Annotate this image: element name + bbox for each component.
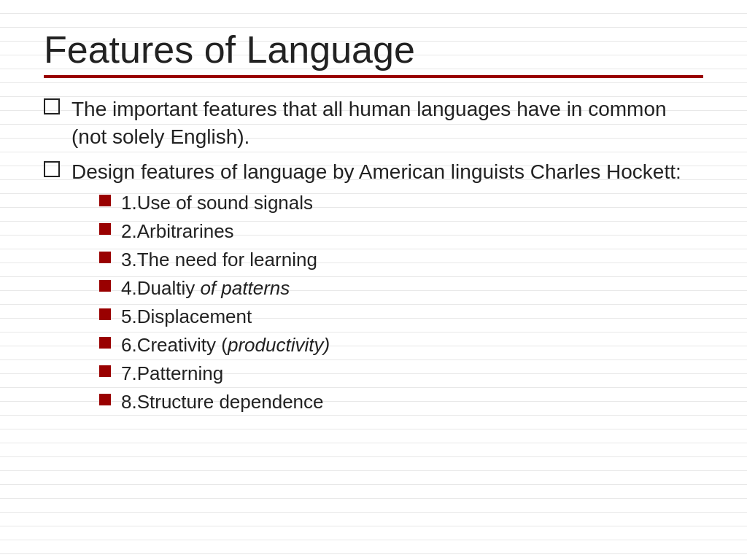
bullet-text-1: The important features that all human la… (71, 96, 703, 151)
sub-bullet-item-6: 6.Creativity (productivity) (99, 332, 681, 358)
sub-bullet-text-4: 4.Dualtiy of patterns (121, 276, 290, 301)
sub-bullet-text-1: 1.Use of sound signals (121, 190, 313, 216)
italic-span-4: of patterns (200, 277, 290, 299)
checkbox-icon-1 (44, 98, 60, 114)
title-divider (44, 75, 703, 78)
sub-bullet-item-3: 3.The need for learning (99, 247, 681, 273)
sub-bullet-item-8: 8.Structure dependence (99, 389, 681, 415)
square-bullet-6 (99, 337, 111, 349)
sub-bullet-text-8: 8.Structure dependence (121, 389, 324, 415)
slide-title: Features of Language (44, 29, 703, 71)
bullet-text-2: Design features of language by American … (71, 158, 681, 186)
square-bullet-2 (99, 223, 111, 235)
checkbox-icon-2 (44, 161, 60, 177)
sub-bullet-item-7: 7.Patterning (99, 361, 681, 386)
sub-bullet-item-4: 4.Dualtiy of patterns (99, 276, 681, 301)
square-bullet-7 (99, 365, 111, 377)
square-bullet-1 (99, 195, 111, 206)
sub-bullet-item-1: 1.Use of sound signals (99, 190, 681, 216)
sub-bullet-text-2: 2.Arbitrarines (121, 219, 234, 244)
sub-bullet-text-3: 3.The need for learning (121, 247, 317, 273)
bullet-item-1: The important features that all human la… (44, 96, 703, 151)
slide: Features of Language The important featu… (0, 0, 747, 560)
square-bullet-8 (99, 394, 111, 405)
sub-list: 1.Use of sound signals 2.Arbitrarines 3.… (99, 190, 681, 419)
content-area: The important features that all human la… (44, 93, 703, 418)
sub-bullet-item-2: 2.Arbitrarines (99, 219, 681, 244)
square-bullet-5 (99, 308, 111, 320)
sub-bullet-item-5: 5.Displacement (99, 304, 681, 330)
sub-bullet-text-7: 7.Patterning (121, 361, 223, 386)
italic-span-6: productivity) (228, 334, 330, 356)
square-bullet-4 (99, 280, 111, 292)
title-section: Features of Language (44, 29, 703, 78)
sub-bullet-text-5: 5.Displacement (121, 304, 252, 330)
sub-bullet-text-6: 6.Creativity (productivity) (121, 332, 330, 358)
bullet-item-2: Design features of language by American … (44, 158, 703, 419)
square-bullet-3 (99, 252, 111, 263)
